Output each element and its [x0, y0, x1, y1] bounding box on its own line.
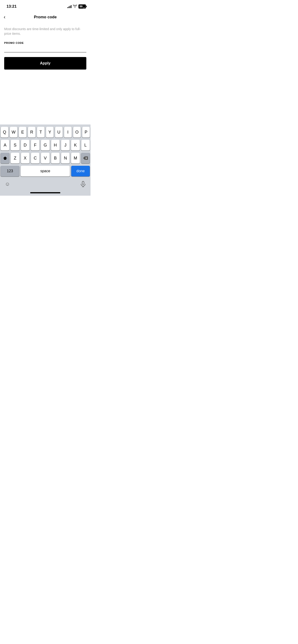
promo-code-input[interactable] [4, 46, 86, 52]
key-u[interactable]: U [55, 127, 63, 138]
status-icons: 86 ⎯ [67, 4, 86, 8]
shift-key[interactable] [1, 153, 9, 164]
signal-icon [67, 5, 72, 8]
key-r[interactable]: R [28, 127, 36, 138]
keyboard-row-3: Z X C V B N M [1, 153, 90, 164]
wifi-icon [73, 5, 77, 8]
key-d[interactable]: D [21, 140, 30, 150]
key-b[interactable]: B [51, 153, 60, 164]
key-v[interactable]: V [41, 153, 50, 164]
key-x[interactable]: X [21, 153, 30, 164]
battery-icon: 86 ⎯ [79, 4, 86, 8]
status-bar: 13:21 86 ⎯ [0, 0, 91, 11]
main-content: Most discounts are time-limited and only… [0, 23, 91, 124]
key-t[interactable]: T [37, 127, 45, 138]
key-o[interactable]: O [73, 127, 81, 138]
page-header: ‹ Promo code [0, 11, 91, 23]
key-a[interactable]: A [1, 140, 9, 150]
keyboard-row-1: Q W E R T Y U I O P [1, 127, 90, 138]
key-f[interactable]: F [31, 140, 40, 150]
emoji-key[interactable]: ☺ [2, 179, 13, 190]
key-n[interactable]: N [61, 153, 70, 164]
key-y[interactable]: Y [46, 127, 54, 138]
key-e[interactable]: E [19, 127, 27, 138]
backspace-key[interactable] [81, 153, 90, 164]
subtitle-text: Most discounts are time-limited and only… [4, 27, 86, 36]
key-h[interactable]: H [51, 140, 60, 150]
promo-code-label: PROMO CODE [4, 42, 86, 44]
key-l[interactable]: L [81, 140, 90, 150]
num-key[interactable]: 123 [1, 166, 19, 176]
key-q[interactable]: Q [1, 127, 8, 138]
key-w[interactable]: W [10, 127, 18, 138]
key-k[interactable]: K [71, 140, 80, 150]
svg-rect-0 [82, 181, 84, 184]
key-s[interactable]: S [11, 140, 19, 150]
keyboard: Q W E R T Y U I O P A S D F G H J K L Z … [0, 124, 91, 196]
key-i[interactable]: I [64, 127, 72, 138]
key-c[interactable]: C [31, 153, 40, 164]
home-indicator-bar [30, 192, 60, 193]
space-key[interactable]: space [21, 166, 70, 176]
keyboard-extras: ☺ [1, 179, 90, 190]
keyboard-row-4: 123 space done [1, 166, 90, 176]
apply-button[interactable]: Apply [4, 57, 86, 70]
home-indicator [1, 191, 90, 196]
mic-key[interactable] [77, 179, 89, 190]
key-j[interactable]: J [61, 140, 70, 150]
key-g[interactable]: G [41, 140, 50, 150]
done-key[interactable]: done [71, 166, 90, 176]
battery-level: 86 [80, 5, 83, 8]
key-m[interactable]: M [71, 153, 80, 164]
key-z[interactable]: Z [11, 153, 19, 164]
back-button[interactable]: ‹ [4, 13, 7, 21]
page-title: Promo code [34, 15, 57, 20]
keyboard-row-2: A S D F G H J K L [1, 140, 90, 150]
status-time: 13:21 [7, 4, 17, 9]
key-p[interactable]: P [82, 127, 90, 138]
